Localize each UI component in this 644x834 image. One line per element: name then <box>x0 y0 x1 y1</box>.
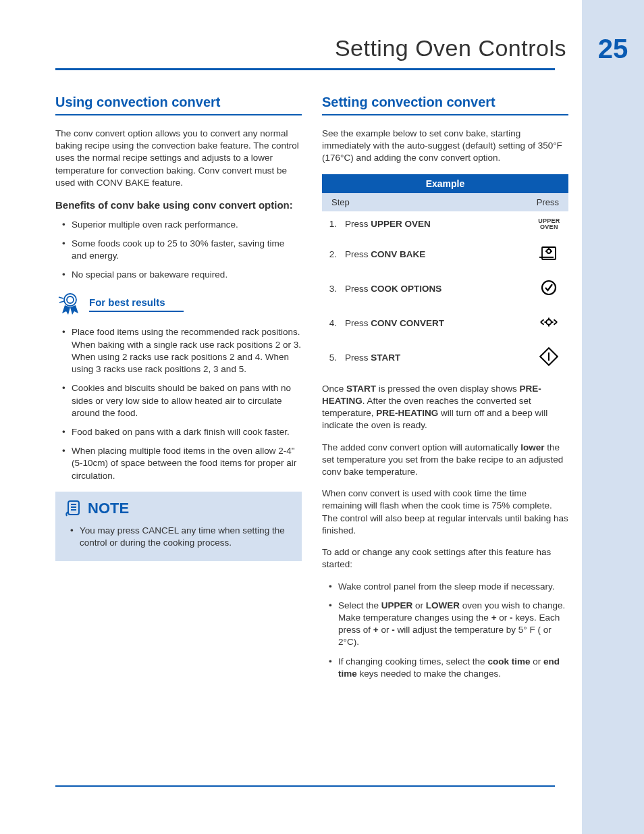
step-label: Press CONV CONVERT <box>338 306 530 340</box>
svg-point-0 <box>64 294 76 306</box>
note-head: NOTE <box>63 498 294 519</box>
list-item: Food baked on pans with a dark finish wi… <box>55 426 302 438</box>
right-column: Setting convection convert See the examp… <box>322 95 568 689</box>
bottom-rule <box>55 785 555 787</box>
table-row: 3. Press COOK OPTIONS <box>322 271 568 306</box>
list-item: When placing multiple food items in the … <box>55 445 302 482</box>
best-results-title: For best results <box>89 296 184 312</box>
page: 25 Setting Oven Controls Using convectio… <box>0 0 644 834</box>
step-label: Press START <box>338 340 530 375</box>
conv-bake-icon <box>530 237 568 271</box>
content-columns: Using convection convert The conv conver… <box>55 95 568 689</box>
right-heading: Setting convection convert <box>322 95 568 115</box>
svg-point-1 <box>67 296 74 303</box>
best-results-head: For best results <box>55 290 302 318</box>
step-label: Press CONV BAKE <box>338 237 530 271</box>
upper-oven-icon: UPPEROVEN <box>530 211 568 237</box>
page-number: 25 <box>582 34 644 64</box>
best-results-list: Place food items using the recommended r… <box>55 326 302 481</box>
list-item: Place food items using the recommended r… <box>55 326 302 375</box>
note-icon <box>63 498 82 519</box>
step-num: 1. <box>322 211 338 237</box>
list-item: Wake control panel from the sleep mode i… <box>322 581 568 593</box>
list-item: Cookies and biscuits should be baked on … <box>55 382 302 419</box>
example-header: Example <box>322 174 568 193</box>
best-results-box: For best results <box>55 290 302 318</box>
note-title: NOTE <box>88 500 129 517</box>
note-list: You may press CANCEL any time when setti… <box>63 525 294 549</box>
table-row: 2. Press CONV BAKE <box>322 237 568 271</box>
step-num: 2. <box>322 237 338 271</box>
step-num: 3. <box>322 271 338 306</box>
step-num: 5. <box>322 340 338 375</box>
table-row: 5. Press START <box>322 340 568 375</box>
list-item: If changing cooking times, select the co… <box>322 656 568 680</box>
left-column: Using convection convert The conv conver… <box>55 95 302 689</box>
note-box: NOTE You may press CANCEL any time when … <box>55 492 302 561</box>
table-row: 1. Press UPPER OVEN UPPEROVEN <box>322 211 568 237</box>
col-press: Press <box>530 193 568 211</box>
col-step: Step <box>322 193 530 211</box>
title-rule <box>55 68 555 70</box>
right-intro: See the example below to set conv bake, … <box>322 128 568 165</box>
step-label: Press COOK OPTIONS <box>338 271 530 306</box>
conv-convert-icon <box>530 306 568 340</box>
ribbon-icon <box>55 290 84 318</box>
step-num: 4. <box>322 306 338 340</box>
svg-point-10 <box>547 319 552 324</box>
left-heading: Using convection convert <box>55 95 302 115</box>
after-paragraph-3: When conv convert is used with cook time… <box>322 488 568 537</box>
benefits-heading: Benefits of conv bake using conv convert… <box>55 199 302 212</box>
table-subhead-row: Step Press <box>322 193 568 211</box>
change-settings-list: Wake control panel from the sleep mode i… <box>322 581 568 681</box>
left-intro: The conv convert option allows you to co… <box>55 128 302 189</box>
list-item: No special pans or bakeware required. <box>55 269 302 281</box>
start-icon <box>530 340 568 375</box>
table-row: 4. Press CONV CONVERT <box>322 306 568 340</box>
list-item: Some foods cook up to 25 to 30% faster, … <box>55 238 302 262</box>
step-label: Press UPPER OVEN <box>338 211 530 237</box>
svg-point-9 <box>542 281 556 294</box>
after-paragraph-4: To add or change any cook settings after… <box>322 546 568 571</box>
svg-point-7 <box>547 249 551 253</box>
benefits-list: Superior multiple oven rack performance.… <box>55 219 302 282</box>
cook-options-icon <box>530 271 568 306</box>
list-item: Select the UPPER or LOWER oven you wish … <box>322 600 568 649</box>
right-page-band <box>582 0 644 834</box>
list-item: You may press CANCEL any time when setti… <box>63 525 294 549</box>
page-title: Setting Oven Controls <box>335 35 566 61</box>
list-item: Superior multiple oven rack performance. <box>55 219 302 231</box>
after-paragraph-1: Once START is pressed the oven display s… <box>322 383 568 432</box>
after-paragraph-2: The added conv convert option will autom… <box>322 442 568 479</box>
example-table: Example Step Press 1. Press UPPER OVEN U… <box>322 174 568 375</box>
